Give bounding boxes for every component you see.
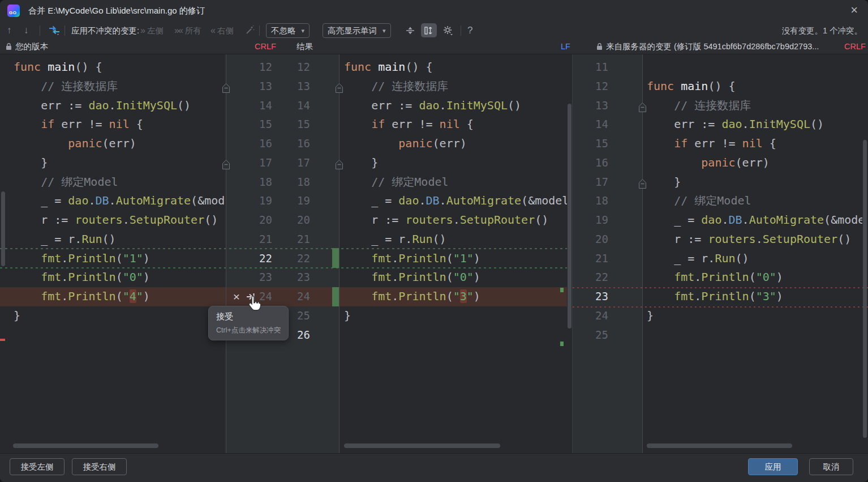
middle-vertical-scrollbar[interactable] bbox=[568, 104, 571, 329]
toolbar-separator bbox=[65, 25, 65, 36]
bottom-bar: 接受左侧 接受右侧 应用 取消 bbox=[0, 453, 868, 482]
right-panel-header: 来自服务器的变更 (修订版 5491cbf6b7d286fbc7b9d2793.… bbox=[596, 40, 819, 54]
double-chevron-both-icon: »« bbox=[174, 25, 182, 36]
toolbar-separator bbox=[259, 25, 260, 36]
lock-icon bbox=[596, 43, 603, 50]
middle-eol-indicator[interactable]: LF bbox=[561, 40, 570, 54]
fold-region-marker[interactable] bbox=[638, 102, 647, 113]
fold-region-marker[interactable] bbox=[335, 159, 343, 170]
apply-non-conflicting-icon[interactable] bbox=[48, 22, 61, 40]
middle-code-pane[interactable]: func main() { // 连接数据库 err := dao.InitMy… bbox=[339, 54, 567, 453]
fold-region-marker[interactable] bbox=[222, 83, 230, 93]
ignore-change-icon[interactable]: × bbox=[230, 288, 243, 305]
left-vertical-scrollbar[interactable] bbox=[1, 191, 5, 266]
toolbar-separator bbox=[40, 25, 40, 36]
help-icon[interactable]: ? bbox=[467, 22, 472, 40]
middle-panel-title: 结果 bbox=[297, 40, 313, 54]
apply-all-button[interactable]: »« 所有 bbox=[174, 22, 201, 40]
panel-headers: 您的版本 CRLF 结果 LF 来自服务器的变更 (修订版 5491cbf6b7… bbox=[0, 40, 868, 54]
next-change-button[interactable]: ↓ bbox=[24, 22, 29, 40]
left-panel-title: 您的版本 bbox=[15, 40, 48, 54]
title-bar: GO 合并 E:\MyCode\Go Lib\ide\src\main.go 的… bbox=[0, 0, 868, 22]
merge-dialog-window: GO 合并 E:\MyCode\Go Lib\ide\src\main.go 的… bbox=[0, 0, 868, 482]
right-eol-indicator[interactable]: CRLF bbox=[844, 40, 866, 54]
middle-insert-stripe-mark[interactable] bbox=[560, 288, 564, 292]
chevron-down-icon: ▾ bbox=[383, 27, 386, 35]
whitespace-policy-dropdown[interactable]: 不忽略 ▾ bbox=[266, 23, 310, 38]
apply-left-button[interactable]: » 左侧 bbox=[140, 22, 164, 40]
toolbar-separator bbox=[461, 25, 461, 36]
collapse-unchanged-icon[interactable] bbox=[405, 22, 415, 40]
highlight-mode-dropdown[interactable]: 高亮显示单词 ▾ bbox=[323, 23, 391, 38]
prev-change-button[interactable]: ↑ bbox=[7, 22, 12, 40]
tooltip-shortcut: Ctrl+点击来解决冲突 bbox=[216, 326, 288, 335]
fold-region-marker[interactable] bbox=[638, 178, 647, 189]
accept-right-button[interactable]: 接受右侧 bbox=[72, 458, 127, 475]
middle-horizontal-scrollbar[interactable] bbox=[344, 443, 500, 448]
chevron-down-icon: ▾ bbox=[302, 27, 305, 35]
merge-editors: func main() { // 连接数据库 err := dao.InitMy… bbox=[0, 54, 868, 453]
right-panel-title: 来自服务器的变更 (修订版 5491cbf6b7d286fbc7b9d2793.… bbox=[606, 40, 819, 54]
double-chevron-left-icon: « bbox=[210, 25, 214, 36]
fold-region-marker[interactable] bbox=[222, 159, 230, 170]
toolbar: ↑ ↓ 应用不冲突的变更: » 左侧 »« 所有 « 右侧 bbox=[0, 22, 868, 40]
right-horizontal-scrollbar[interactable] bbox=[647, 443, 792, 448]
tooltip-title: 接受 bbox=[216, 312, 288, 322]
side-by-side-viewer-toggle[interactable] bbox=[421, 23, 437, 37]
double-chevron-right-icon: » bbox=[140, 25, 144, 36]
right-line-numbers: 111213141516171819202122232425 bbox=[572, 54, 608, 344]
diff-status-text: 没有变更。1 个冲突。 bbox=[781, 22, 862, 40]
lock-icon bbox=[6, 43, 12, 50]
goland-logo-icon: GO bbox=[7, 5, 20, 17]
apply-right-button[interactable]: « 右侧 bbox=[210, 22, 234, 40]
middle-insert-stripe-mark[interactable] bbox=[560, 342, 564, 346]
right-vertical-scrollbar[interactable] bbox=[863, 140, 867, 438]
window-title: 合并 E:\MyCode\Go Lib\ide\src\main.go 的修订 bbox=[28, 0, 205, 22]
left-panel-header: 您的版本 bbox=[6, 40, 48, 54]
insertion-gutter-marker bbox=[332, 287, 339, 306]
magic-wand-icon[interactable] bbox=[244, 22, 255, 40]
apply-button[interactable]: 应用 bbox=[748, 458, 798, 475]
middle-line-numbers: 121314151617181920212223242526 bbox=[264, 54, 310, 344]
close-icon[interactable]: × bbox=[850, 0, 858, 22]
hand-cursor bbox=[247, 295, 263, 313]
cancel-button[interactable]: 取消 bbox=[809, 458, 853, 475]
right-code-pane[interactable]: func main() { // 连接数据库 err := dao.InitMy… bbox=[642, 54, 862, 453]
left-conflict-stripe-mark[interactable] bbox=[0, 339, 5, 341]
accept-left-button[interactable]: 接受左侧 bbox=[10, 458, 65, 475]
insertion-gutter-marker bbox=[332, 248, 339, 268]
left-horizontal-scrollbar[interactable] bbox=[13, 443, 158, 448]
left-eol-indicator[interactable]: CRLF bbox=[255, 40, 276, 54]
left-code-pane[interactable]: func main() { // 连接数据库 err := dao.InitMy… bbox=[0, 54, 226, 453]
apply-changes-label: 应用不冲突的变更: bbox=[71, 22, 139, 40]
gear-icon[interactable] bbox=[442, 22, 454, 40]
fold-region-marker[interactable] bbox=[335, 83, 343, 93]
